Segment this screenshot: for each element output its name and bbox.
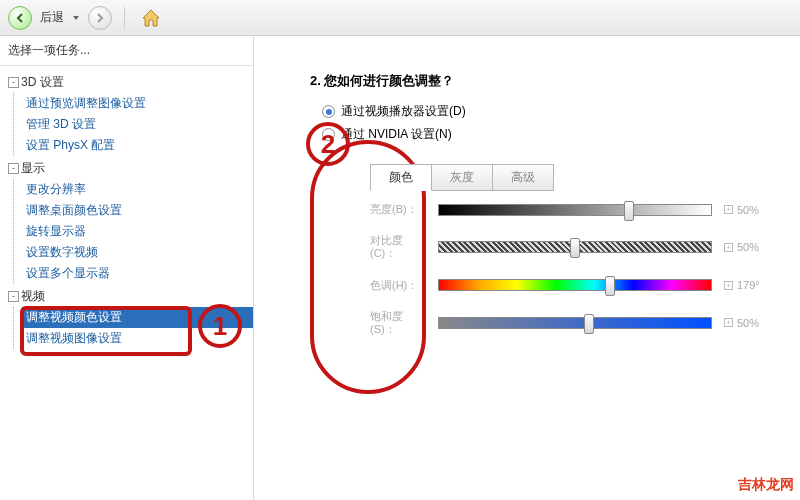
collapse-icon[interactable]: - bbox=[8, 163, 19, 174]
radio-option[interactable]: 通过 NVIDIA 设置(N) bbox=[310, 123, 780, 146]
back-button[interactable] bbox=[8, 6, 32, 30]
tree-item[interactable]: 更改分辨率 bbox=[22, 179, 253, 200]
tree-group-label: 3D 设置 bbox=[21, 74, 64, 91]
separator bbox=[124, 7, 125, 29]
radio-label: 通过 NVIDIA 设置(N) bbox=[341, 126, 452, 143]
tree-item[interactable]: 设置数字视频 bbox=[22, 242, 253, 263]
tree-item[interactable]: 设置 PhysX 配置 bbox=[22, 135, 253, 156]
radio-option[interactable]: 通过视频播放器设置(D) bbox=[310, 100, 780, 123]
tree-group-header[interactable]: -显示 bbox=[4, 158, 253, 179]
tree-item[interactable]: 通过预览调整图像设置 bbox=[22, 93, 253, 114]
tree-item[interactable]: 管理 3D 设置 bbox=[22, 114, 253, 135]
plus-icon: + bbox=[724, 318, 733, 327]
tree-item[interactable]: 旋转显示器 bbox=[22, 221, 253, 242]
tabs: 颜色灰度高级 bbox=[370, 164, 780, 191]
tab[interactable]: 颜色 bbox=[370, 164, 432, 191]
watermark: 吉林龙网 bbox=[738, 476, 794, 494]
slider-track[interactable] bbox=[438, 279, 712, 291]
slider-value: +50% bbox=[724, 317, 780, 329]
slider-row: 色调(H)：+179° bbox=[370, 279, 780, 292]
tree-item[interactable]: 调整视频颜色设置 bbox=[22, 307, 253, 328]
tree-item[interactable]: 调整桌面颜色设置 bbox=[22, 200, 253, 221]
question-heading: 2. 您如何进行颜色调整？ bbox=[310, 72, 780, 90]
radio-icon bbox=[322, 128, 335, 141]
slider-thumb[interactable] bbox=[605, 276, 615, 296]
tree-group-label: 显示 bbox=[21, 160, 45, 177]
slider-label: 色调(H)： bbox=[370, 279, 426, 292]
content-pane: 2. 您如何进行颜色调整？ 通过视频播放器设置(D)通过 NVIDIA 设置(N… bbox=[254, 36, 800, 500]
tab[interactable]: 灰度 bbox=[431, 164, 493, 191]
slider-track[interactable] bbox=[438, 317, 712, 329]
slider-row: 亮度(B)：+50% bbox=[370, 203, 780, 216]
tree-item[interactable]: 设置多个显示器 bbox=[22, 263, 253, 284]
slider-value: +179° bbox=[724, 279, 780, 291]
plus-icon: + bbox=[724, 243, 733, 252]
radio-icon bbox=[322, 105, 335, 118]
task-label: 选择一项任务... bbox=[0, 36, 253, 66]
collapse-icon[interactable]: - bbox=[8, 291, 19, 302]
radio-label: 通过视频播放器设置(D) bbox=[341, 103, 466, 120]
tab-panel: 亮度(B)：+50%对比度(C)：+50%色调(H)：+179°饱和度(S)：+… bbox=[370, 203, 780, 336]
slider-label: 饱和度(S)： bbox=[370, 310, 426, 336]
tree-group-label: 视频 bbox=[21, 288, 45, 305]
slider-value: +50% bbox=[724, 241, 780, 253]
slider-thumb[interactable] bbox=[624, 201, 634, 221]
plus-icon: + bbox=[724, 205, 733, 214]
dropdown-icon[interactable] bbox=[72, 14, 80, 22]
collapse-icon[interactable]: - bbox=[8, 77, 19, 88]
slider-track[interactable] bbox=[438, 241, 712, 253]
tree-group-header[interactable]: -3D 设置 bbox=[4, 72, 253, 93]
home-button[interactable] bbox=[137, 4, 165, 32]
nav-tree: -3D 设置通过预览调整图像设置管理 3D 设置设置 PhysX 配置-显示更改… bbox=[0, 66, 253, 357]
tab[interactable]: 高级 bbox=[492, 164, 554, 191]
slider-row: 饱和度(S)：+50% bbox=[370, 310, 780, 336]
sidebar: 选择一项任务... -3D 设置通过预览调整图像设置管理 3D 设置设置 Phy… bbox=[0, 36, 254, 500]
slider-value: +50% bbox=[724, 204, 780, 216]
tree-group-header[interactable]: -视频 bbox=[4, 286, 253, 307]
slider-track[interactable] bbox=[438, 204, 712, 216]
slider-label: 亮度(B)： bbox=[370, 203, 426, 216]
back-label: 后退 bbox=[40, 9, 64, 26]
slider-thumb[interactable] bbox=[584, 314, 594, 334]
slider-label: 对比度(C)： bbox=[370, 234, 426, 260]
slider-thumb[interactable] bbox=[570, 238, 580, 258]
tree-item[interactable]: 调整视频图像设置 bbox=[22, 328, 253, 349]
plus-icon: + bbox=[724, 281, 733, 290]
toolbar: 后退 bbox=[0, 0, 800, 36]
forward-button bbox=[88, 6, 112, 30]
slider-row: 对比度(C)：+50% bbox=[370, 234, 780, 260]
